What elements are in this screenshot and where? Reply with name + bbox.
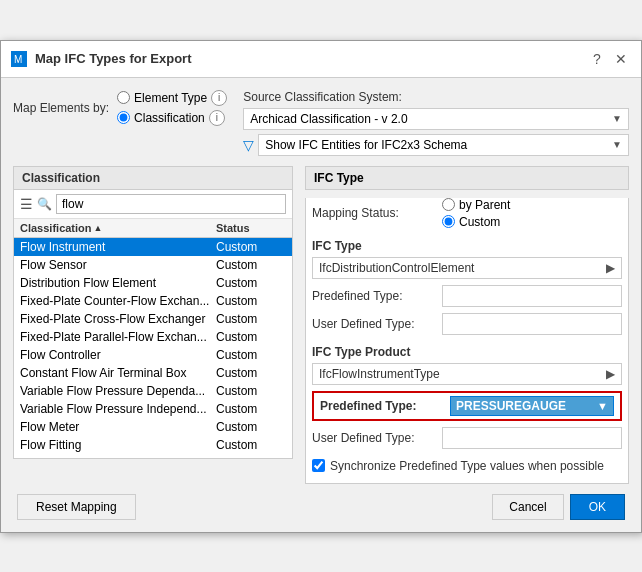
title-bar: M Map IFC Types for Export ? ✕ [1,41,641,78]
ifc-type-panel-header: IFC Type [305,166,629,190]
list-view-icon[interactable]: ☰ [20,196,33,212]
ifc-predefined-type-row: Predefined Type: [306,285,628,307]
left-panel: Classification ☰ 🔍 Classification ▲ Stat… [13,166,293,484]
classification-column-header[interactable]: Classification ▲ [20,222,216,234]
filter-dropdown-arrow: ▼ [612,139,622,150]
map-elements-section: Map Elements by: Element Type i Classifi… [13,90,227,126]
list-item[interactable]: Fixed-Plate Cross-Flow Exchanger Custom [14,310,292,328]
product-user-defined-type-row: User Defined Type: [306,427,628,449]
sort-arrow: ▲ [94,223,103,233]
bottom-row: Reset Mapping Cancel OK [13,494,629,520]
custom-label: Custom [459,215,500,229]
custom-option[interactable]: Custom [442,215,622,229]
ifc-predefined-type-label: Predefined Type: [312,289,442,303]
map-elements-label: Map Elements by: [13,101,109,115]
filter-dropdown[interactable]: Show IFC Entities for IFC2x3 Schema ▼ [258,134,629,156]
mapping-status-label: Mapping Status: [312,206,442,220]
list-item[interactable]: Flow Fitting Custom [14,436,292,454]
search-row: ☰ 🔍 [14,190,292,219]
list-item[interactable]: Flow Instrument Custom [14,238,292,256]
ifc-user-defined-type-row: User Defined Type: [306,313,628,335]
element-type-info-button[interactable]: i [211,90,227,106]
source-classification-value: Archicad Classification - v 2.0 [250,112,407,126]
list-item[interactable]: Flow Controller Custom [14,346,292,364]
classification-panel-header: Classification [13,166,293,190]
list-item[interactable]: Fixed-Plate Parallel-Flow Exchan... Cust… [14,328,292,346]
sync-row: Synchronize Predefined Type values when … [306,455,628,477]
close-button[interactable]: ✕ [611,49,631,69]
dialog-content: Map Elements by: Element Type i Classifi… [1,78,641,532]
source-classification-dropdown[interactable]: Archicad Classification - v 2.0 ▼ [243,108,629,130]
status-column-header: Status [216,222,286,234]
table-header: Classification ▲ Status [14,219,292,238]
ifc-user-defined-type-label: User Defined Type: [312,317,442,331]
custom-radio[interactable] [442,215,455,228]
ifc-user-defined-type-input[interactable] [442,313,622,335]
reset-mapping-button[interactable]: Reset Mapping [17,494,136,520]
source-classification-section: Source Classification System: Archicad C… [243,90,629,156]
product-predefined-type-row: Predefined Type: PRESSUREGAUGE ▼ [312,391,622,421]
ok-button[interactable]: OK [570,494,625,520]
source-classification-label: Source Classification System: [243,90,629,104]
map-elements-radios: Element Type i Classification i [117,90,227,126]
element-type-radio[interactable] [117,91,130,104]
element-type-option[interactable]: Element Type i [117,90,227,106]
classification-list: Flow Instrument Custom Flow Sensor Custo… [14,238,292,458]
list-item[interactable]: Fixed-Plate Counter-Flow Exchan... Custo… [14,292,292,310]
ifc-type-arrow: ▶ [606,261,615,275]
top-row: Map Elements by: Element Type i Classifi… [13,90,629,156]
filter-icon: ▽ [243,137,254,153]
product-user-defined-type-label: User Defined Type: [312,431,442,445]
sync-checkbox[interactable] [312,459,325,472]
mapping-status-controls: by Parent Custom [442,198,622,229]
list-item[interactable]: Constant Flow Air Terminal Box Custom [14,364,292,382]
help-button[interactable]: ? [587,49,607,69]
by-parent-radio[interactable] [442,198,455,211]
ifc-type-section-label: IFC Type [306,235,628,257]
list-item[interactable]: Variable Flow Pressure Dependa... Custom [14,382,292,400]
filter-dropdown-value: Show IFC Entities for IFC2x3 Schema [265,138,467,152]
action-buttons: Cancel OK [492,494,625,520]
product-predefined-type-value: PRESSUREGAUGE [456,399,597,413]
source-dropdown-arrow: ▼ [612,113,622,124]
by-parent-option[interactable]: by Parent [442,198,622,212]
by-parent-label: by Parent [459,198,510,212]
ifc-type-product-value: IfcFlowInstrumentType [319,367,606,381]
list-item[interactable]: Flow Sensor Custom [14,256,292,274]
product-predefined-type-label: Predefined Type: [320,399,450,413]
list-item[interactable]: Distribution Flow Element Custom [14,274,292,292]
dialog-title: Map IFC Types for Export [35,51,579,66]
ifc-product-arrow: ▶ [606,367,615,381]
ifc-type-box[interactable]: IfcDistributionControlElement ▶ [312,257,622,279]
cancel-button[interactable]: Cancel [492,494,563,520]
search-input[interactable] [56,194,286,214]
list-item[interactable]: Variable Flow Pressure Independ... Custo… [14,400,292,418]
dialog: M Map IFC Types for Export ? ✕ Map Eleme… [0,40,642,533]
filter-row: ▽ Show IFC Entities for IFC2x3 Schema ▼ [243,134,629,156]
classification-info-button[interactable]: i [209,110,225,126]
classification-radio[interactable] [117,111,130,124]
classification-option[interactable]: Classification i [117,110,227,126]
mapping-status-row: Mapping Status: by Parent Custom [306,198,628,229]
ifc-type-value: IfcDistributionControlElement [319,261,606,275]
svg-text:M: M [14,54,22,65]
title-bar-buttons: ? ✕ [587,49,631,69]
element-type-label: Element Type [134,91,207,105]
product-predefined-dropdown-arrow: ▼ [597,400,608,412]
dialog-icon: M [11,51,27,67]
sync-label: Synchronize Predefined Type values when … [330,459,604,473]
search-icon: 🔍 [37,197,52,211]
right-panel: IFC Type Mapping Status: by Parent [305,166,629,484]
classification-label: Classification [134,111,205,125]
product-user-defined-type-input[interactable] [442,427,622,449]
ifc-predefined-type-input[interactable] [442,285,622,307]
list-item[interactable]: Flow Meter Custom [14,418,292,436]
main-row: Classification ☰ 🔍 Classification ▲ Stat… [13,166,629,484]
ifc-type-product-header: IFC Type Product [306,341,628,363]
ifc-type-product-box[interactable]: IfcFlowInstrumentType ▶ [312,363,622,385]
classification-panel-body: ☰ 🔍 Classification ▲ Status [13,190,293,459]
